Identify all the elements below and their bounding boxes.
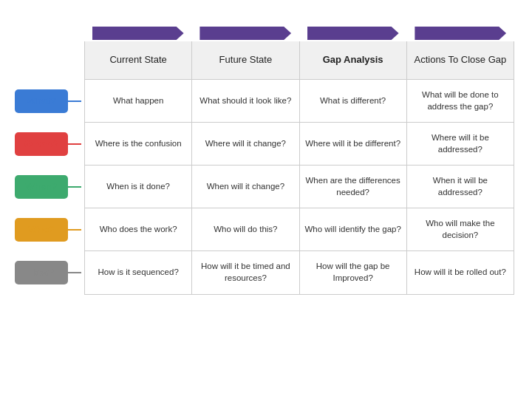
col-actions: Actions To Close GapWhat will be done to… — [407, 41, 514, 294]
label-button-what[interactable]: What? — [15, 89, 68, 113]
arrow-current — [84, 25, 192, 41]
main-table: Current StateWhat happenWhere is the con… — [84, 41, 514, 295]
label-button-when[interactable]: When? — [15, 175, 68, 199]
row-label-who: Who? — [15, 208, 68, 251]
cell-future-1: Where will it change? — [192, 123, 299, 166]
cell-gap-2: When are the differences needed? — [300, 166, 406, 208]
cell-actions-0: What will be done to address the gap? — [407, 80, 514, 123]
cell-future-3: Who will do this? — [192, 208, 299, 251]
cell-future-4: How will it be timed and resources? — [192, 251, 299, 294]
cell-current-4: How is it sequenced? — [85, 251, 191, 294]
cell-gap-0: What is different? — [300, 80, 406, 123]
row-label-when: When? — [15, 166, 68, 208]
col-header-gap: Gap Analysis — [300, 41, 406, 80]
cell-current-2: When is it done? — [85, 166, 191, 208]
cell-gap-3: Who will identify the gap? — [300, 208, 406, 251]
label-button-where[interactable]: Where? — [15, 132, 68, 156]
arrow-gap — [299, 25, 407, 41]
label-button-how[interactable]: How? — [15, 261, 68, 284]
row-label-how: How? — [15, 251, 68, 294]
col-header-future: Future State — [192, 41, 299, 80]
gap-analysis-table: What?Where?When?Who?How? Current StateWh… — [84, 25, 514, 295]
cell-actions-1: Where will it be addressed? — [407, 123, 514, 166]
cell-current-0: What happen — [85, 80, 191, 123]
col-current: Current StateWhat happenWhere is the con… — [85, 41, 192, 294]
arrow-actions — [407, 25, 515, 41]
cell-actions-2: When it will be addressed? — [407, 166, 514, 208]
cell-future-2: When will it change? — [192, 166, 299, 208]
col-header-actions: Actions To Close Gap — [407, 41, 514, 80]
col-header-current: Current State — [85, 41, 191, 80]
label-button-who[interactable]: Who? — [15, 218, 68, 242]
cell-actions-4: How will it be rolled out? — [407, 251, 514, 294]
row-label-what: What? — [15, 80, 68, 123]
cell-current-3: Who does the work? — [85, 208, 191, 251]
col-future: Future StateWhat should it look like?Whe… — [192, 41, 299, 294]
col-gap: Gap AnalysisWhat is different?Where will… — [300, 41, 407, 294]
cell-gap-1: Where will it be different? — [300, 123, 406, 166]
cell-actions-3: Who will make the decision? — [407, 208, 514, 251]
cell-gap-4: How will the gap be Improved? — [300, 251, 406, 294]
arrow-future — [192, 25, 300, 41]
cell-future-0: What should it look like? — [192, 80, 299, 123]
cell-current-1: Where is the confusion — [85, 123, 191, 166]
arrows-row — [84, 25, 514, 41]
row-label-where: Where? — [15, 123, 68, 166]
row-labels: What?Where?When?Who?How? — [15, 41, 68, 294]
